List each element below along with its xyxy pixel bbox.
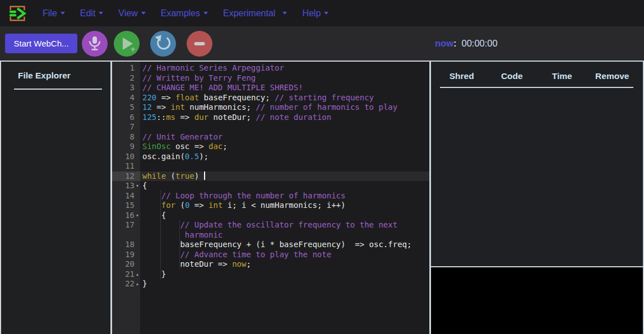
play-add-shred-button[interactable]: + [114, 31, 140, 57]
code-line[interactable]: 19 // Advance time to play the note [112, 250, 429, 260]
svg-text:+: + [130, 45, 136, 53]
code-line[interactable]: 11 [112, 161, 429, 171]
menu-label: File [43, 8, 57, 18]
shred-table-divider [440, 87, 633, 88]
code-text [140, 161, 429, 171]
code-editor[interactable]: 1// Harmonic Series Arpeggiator2// Writt… [112, 62, 429, 334]
code-text: 125::ms => dur noteDur; // note duration [140, 113, 429, 123]
code-text: // CHANGE ME! ADD MULTIPLE SHREDS! [140, 83, 429, 93]
shred-table-header-row: ShredCodeTimeRemove [431, 62, 643, 81]
microphone-button[interactable] [82, 31, 108, 57]
line-number: 14 [112, 191, 140, 201]
line-number: 20 [112, 259, 140, 270]
fold-down-icon[interactable]: ▾ [135, 181, 140, 191]
menu-view[interactable]: View [118, 8, 145, 18]
code-line[interactable]: 3// CHANGE ME! ADD MULTIPLE SHREDS! [112, 83, 429, 93]
menu-experimental[interactable]: Experimental [223, 8, 287, 18]
code-text [140, 122, 429, 132]
code-line[interactable]: 22▴} [112, 279, 429, 289]
chevron-down-icon [203, 12, 208, 15]
code-text: while (true) [140, 171, 429, 182]
menu-label: Examples [161, 8, 200, 18]
code-line[interactable]: 9SinOsc osc => dac; [112, 142, 429, 152]
code-line[interactable]: 13▾{ [112, 181, 429, 191]
play-plus-icon: + [115, 33, 138, 55]
chevron-down-icon [282, 12, 287, 15]
shred-table-header-time: Time [537, 71, 587, 81]
code-line[interactable]: 14 // Loop through the number of harmoni… [112, 191, 429, 201]
code-text: 220 => float baseFrequency; // starting … [140, 93, 429, 103]
code-text: 12 => int numHarmonics; // number of har… [140, 103, 429, 113]
line-number: 18 [112, 240, 140, 250]
menu-edit[interactable]: Edit [80, 8, 104, 18]
code-line[interactable]: 17 // Update the oscillator frequency to… [112, 220, 429, 230]
code-line[interactable]: 15 for (0 => int i; i < numHarmonics; i+… [112, 201, 429, 211]
code-line[interactable]: 20 noteDur => now; [112, 259, 429, 270]
code-line[interactable]: 1// Harmonic Series Arpeggiator [112, 63, 429, 73]
fold-down-icon[interactable]: ▾ [135, 211, 140, 221]
file-explorer-panel: File Explorer [0, 62, 110, 334]
code-line[interactable]: 21▴ } [112, 270, 429, 280]
shred-table-header-shred: Shred [437, 71, 487, 81]
line-number: 21▴ [112, 270, 140, 280]
shred-table-panel: ShredCodeTimeRemove [431, 62, 643, 267]
code-text: noteDur => now; [140, 259, 429, 270]
code-line[interactable]: 8// Unit Generator [112, 132, 429, 142]
now-label: now [435, 38, 453, 49]
line-number: 16▾ [112, 211, 140, 221]
fold-up-icon[interactable]: ▴ [135, 270, 140, 280]
code-text: { [140, 211, 429, 221]
toolbar: Start WebCh... + now:00:00:00 [0, 26, 644, 61]
code-text: for (0 => int i; i < numHarmonics; i++) [140, 201, 429, 211]
code-line[interactable]: 16▾ { [112, 211, 429, 221]
code-line[interactable]: 512 => int numHarmonics; // number of ha… [112, 103, 429, 113]
code-line[interactable]: 12while (true) [112, 171, 429, 182]
menu-label: Experimental [223, 8, 275, 18]
code-text: // Advance time to play the note [140, 250, 429, 260]
code-line[interactable]: 6125::ms => dur noteDur; // note duratio… [112, 113, 429, 123]
start-webchuck-button[interactable]: Start WebCh... [5, 34, 77, 53]
chevron-down-icon [324, 12, 328, 15]
minus-icon [188, 33, 211, 55]
code-text: harmonic [140, 230, 429, 240]
shred-table-header-remove: Remove [587, 71, 638, 81]
line-number: 17 [112, 220, 140, 230]
code-rows: 1// Harmonic Series Arpeggiator2// Writt… [112, 62, 429, 289]
line-number: 3 [112, 83, 140, 93]
line-number: 4 [112, 93, 140, 103]
line-number: 22▴ [112, 279, 140, 289]
menu-file[interactable]: File [43, 8, 65, 18]
code-text: // Harmonic Series Arpeggiator [140, 63, 429, 73]
text-cursor [204, 171, 205, 180]
file-explorer-divider [14, 89, 102, 90]
fold-up-icon[interactable]: ▴ [135, 279, 140, 289]
line-number: 5 [112, 103, 140, 113]
chuck-time-display: now:00:00:00 [435, 26, 498, 61]
line-number: 6 [112, 113, 140, 123]
main-content: File Explorer 1// Harmonic Series Arpegg… [0, 61, 644, 334]
code-line[interactable]: 7 [112, 122, 429, 132]
line-number: 19 [112, 250, 140, 260]
line-number: 2 [112, 73, 140, 84]
line-number: 9 [112, 142, 140, 152]
line-number [112, 230, 140, 240]
menu-bar: FileEditViewExamplesExperimentalHelp [0, 0, 644, 26]
code-line[interactable]: 18 baseFrequency + (i * baseFrequency) =… [112, 240, 429, 250]
code-text: } [140, 279, 429, 289]
visualizer-panel [431, 267, 643, 334]
chevron-down-icon [61, 12, 65, 15]
line-number: 1 [112, 63, 140, 73]
code-text: baseFrequency + (i * baseFrequency) => o… [140, 240, 429, 250]
code-line[interactable]: 2// Written by Terry Feng [112, 73, 429, 84]
code-line[interactable]: 4220 => float baseFrequency; // starting… [112, 93, 429, 103]
line-number: 11 [112, 161, 140, 171]
now-value: 00:00:00 [462, 38, 498, 49]
replace-shred-button[interactable] [150, 31, 176, 57]
replay-arrow-icon [152, 33, 174, 55]
menu-examples[interactable]: Examples [161, 8, 208, 18]
line-number: 13▾ [112, 181, 140, 191]
code-line[interactable]: 10osc.gain(0.5); [112, 152, 429, 162]
code-line[interactable]: harmonic [112, 230, 429, 240]
remove-shred-button[interactable] [187, 31, 212, 57]
menu-help[interactable]: Help [302, 8, 328, 18]
